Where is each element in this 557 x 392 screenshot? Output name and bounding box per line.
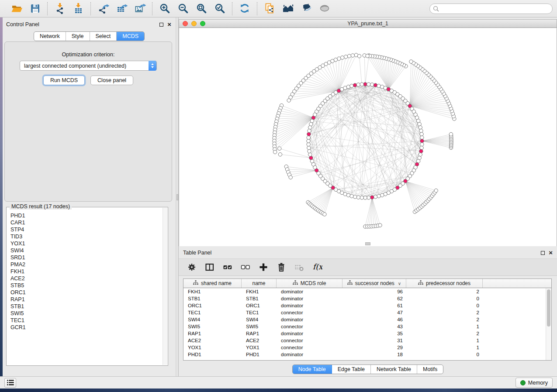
mcds-result-item[interactable]: PHD1: [10, 212, 162, 219]
table-row[interactable]: RAP1RAP1dominator352: [183, 330, 546, 337]
splitter-grip[interactable]: [176, 194, 178, 200]
table-scrollbar[interactable]: [546, 288, 551, 360]
mcds-result-list[interactable]: PHD1CAR1STP4TID3YOX1SWI4SRD1PMA2FKH1ACE2…: [7, 210, 162, 365]
open-folder-icon[interactable]: [10, 2, 23, 15]
run-mcds-button[interactable]: Run MCDS: [43, 76, 85, 85]
select-all-icon[interactable]: [222, 261, 233, 273]
column-label: shared name: [201, 280, 232, 286]
tab-edge-table[interactable]: Edge Table: [332, 365, 371, 374]
eye-icon[interactable]: [318, 2, 331, 15]
table-row[interactable]: TEC1TEC1connector472: [183, 309, 546, 316]
mcds-result-scrollbar[interactable]: [163, 208, 167, 365]
optimization-criterion-select[interactable]: largest connected component (undirected): [20, 61, 157, 71]
float-table-panel-icon[interactable]: [541, 251, 545, 255]
table-row[interactable]: SWI5SWI5connector431: [183, 323, 546, 330]
zoom-selected-icon[interactable]: [213, 2, 226, 15]
column-label: MCDS role: [301, 280, 326, 286]
mcds-result-item[interactable]: TEC1: [10, 317, 162, 324]
tab-network[interactable]: Network: [34, 32, 66, 41]
toolbar-group: [4, 2, 47, 15]
table-row[interactable]: YOX1YOX1connector291: [183, 344, 546, 351]
mcds-result-item[interactable]: GCR1: [10, 324, 162, 331]
zoom-in-icon[interactable]: [158, 2, 171, 15]
save-icon[interactable]: [28, 2, 42, 15]
memory-button[interactable]: Memory: [515, 378, 553, 388]
table-toolbar: f(x): [179, 258, 557, 276]
mcds-result-item[interactable]: FKH1: [10, 268, 162, 275]
houses-icon[interactable]: [281, 2, 294, 15]
tree-icon: [293, 280, 298, 286]
import-table-icon[interactable]: [72, 2, 85, 15]
desktop-wallpaper-bottom: [0, 389, 557, 392]
tab-motifs[interactable]: Motifs: [417, 365, 443, 374]
network-window-titlebar[interactable]: YPA_prune.txt_1: [179, 19, 557, 28]
mcds-result-item[interactable]: PMA2: [10, 261, 162, 268]
tab-network-table[interactable]: Network Table: [371, 365, 417, 374]
close-panel-icon[interactable]: ×: [167, 22, 171, 27]
import-network-icon[interactable]: [53, 2, 66, 15]
search-input[interactable]: [429, 3, 553, 14]
mcds-result-item[interactable]: YOX1: [10, 240, 162, 247]
network-region: YPA_prune.txt_1 Table Panel × f(x) share…: [179, 17, 557, 376]
float-window-icon[interactable]: [159, 23, 163, 27]
mcds-result-item[interactable]: CAR1: [10, 219, 162, 226]
refresh-icon[interactable]: [238, 2, 251, 15]
table-row[interactable]: ACE2ACE2connector311: [183, 337, 546, 344]
column-header-successor-nodes[interactable]: successor nodes∨: [343, 279, 406, 288]
tab-style[interactable]: Style: [66, 32, 90, 41]
mcds-result-item[interactable]: STB1: [10, 303, 162, 310]
mcds-result-item[interactable]: SRD1: [10, 254, 162, 261]
tab-select[interactable]: Select: [90, 32, 117, 41]
task-history-button[interactable]: [4, 378, 16, 388]
columns-icon[interactable]: [204, 261, 215, 273]
gear-icon[interactable]: [186, 261, 197, 273]
add-icon[interactable]: [258, 261, 269, 273]
mcds-result-item[interactable]: RAP1: [10, 296, 162, 303]
search-icon: [432, 5, 439, 14]
zoom-out-icon[interactable]: [176, 2, 190, 15]
canvas-splitter-grip[interactable]: [365, 242, 370, 245]
tab-node-table[interactable]: Node Table: [293, 365, 332, 374]
zoom-fit-icon[interactable]: [195, 2, 208, 15]
tab-mcds[interactable]: MCDS: [117, 32, 144, 41]
export-network-icon[interactable]: [97, 2, 110, 15]
network-canvas[interactable]: [179, 28, 557, 246]
table-cell: FKH1: [183, 289, 242, 294]
deselect-all-icon[interactable]: [240, 261, 251, 273]
table-scrollbar-thumb[interactable]: [547, 289, 550, 327]
delete-icon[interactable]: [276, 261, 287, 273]
main-toolbar: [0, 0, 557, 17]
mcds-result-item[interactable]: STP4: [10, 226, 162, 233]
close-table-panel-icon[interactable]: ×: [549, 251, 553, 255]
close-panel-button[interactable]: Close panel: [90, 76, 133, 85]
column-header-shared-name[interactable]: shared name: [183, 279, 242, 288]
mcds-result-item[interactable]: TID3: [10, 233, 162, 240]
table-row[interactable]: STB1STB1dominator620: [183, 295, 546, 302]
mcds-result-item[interactable]: SWI5: [10, 310, 162, 317]
table-cell: 2: [406, 310, 483, 315]
column-header-name[interactable]: name: [242, 279, 277, 288]
delete-table-icon[interactable]: [294, 261, 305, 273]
function-icon[interactable]: f(x): [311, 261, 323, 273]
vertical-splitter[interactable]: [176, 17, 179, 376]
hide-eye-icon[interactable]: [300, 2, 313, 15]
table-cell: TEC1: [183, 310, 242, 315]
mcds-result-item[interactable]: ORC1: [10, 289, 162, 296]
mcds-result-item[interactable]: STB5: [10, 282, 162, 289]
mcds-result-item[interactable]: ACE2: [10, 275, 162, 282]
table-row[interactable]: ORC1ORC1dominator610: [183, 302, 546, 309]
table-cell: 2: [406, 317, 483, 322]
table-row[interactable]: PHD1PHD1dominator180: [183, 351, 546, 358]
column-header-predecessor-nodes[interactable]: predecessor nodes: [406, 279, 483, 288]
chevron-down-icon[interactable]: ∨: [398, 281, 401, 286]
column-header-MCDS-role[interactable]: MCDS role: [277, 279, 343, 288]
table-row[interactable]: FKH1FKH1dominator962: [183, 288, 546, 295]
control-panel: Control Panel × NetworkStyleSelectMCDS O…: [3, 17, 176, 376]
mcds-result-item[interactable]: SWI4: [10, 247, 162, 254]
export-table-icon[interactable]: [115, 2, 128, 15]
table-cell: ORC1: [183, 303, 242, 308]
table-cell: dominator: [277, 289, 343, 294]
share-document-icon[interactable]: [263, 2, 276, 15]
table-row[interactable]: SWI4SWI4dominator462: [183, 316, 546, 323]
export-image-icon[interactable]: [133, 2, 146, 15]
